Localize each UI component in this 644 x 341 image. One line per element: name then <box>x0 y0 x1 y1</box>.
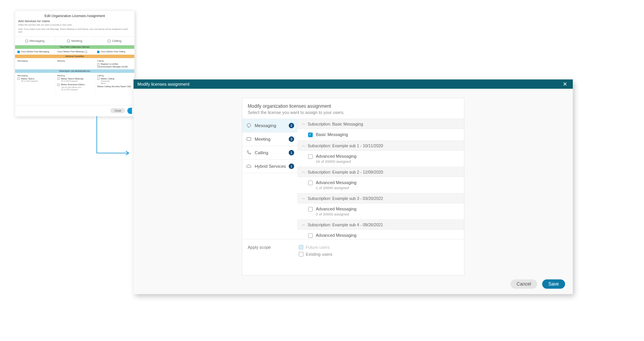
checkbox-icon <box>308 133 313 137</box>
legacy-sub-meet-hdr: Meeting <box>57 74 92 77</box>
checkbox-icon <box>308 181 313 185</box>
checkbox-icon <box>308 207 313 212</box>
chevron-up-icon: ︿ <box>302 196 305 201</box>
chevron-up-icon: ︿ <box>302 143 305 148</box>
scope-future-users[interactable]: Future users <box>299 245 332 250</box>
legacy-add-msg: Messaging <box>15 58 55 69</box>
save-button[interactable]: Save <box>542 279 565 289</box>
legacy-teams-meetings[interactable]: Webex Teams Meetings <box>61 78 84 80</box>
legacy-close-button[interactable]: Close <box>110 108 125 113</box>
legacy-bar-sub[interactable]: Subscription: sub-wackadoodle.com <box>15 69 134 73</box>
svg-point-0 <box>247 124 250 127</box>
tab-meeting-badge: 3 <box>289 136 294 142</box>
legacy-title: Edit Organization Licenses Assignment <box>15 11 134 19</box>
checkbox-icon <box>308 154 313 159</box>
subscription-header[interactable]: ︿Subscription: Example sub 3 - 03/20/202… <box>297 193 464 203</box>
checkbox-icon <box>308 233 313 238</box>
chat-icon <box>25 40 28 43</box>
tab-calling-label: Calling <box>255 150 268 155</box>
arrow-connector <box>95 114 134 160</box>
legacy-sub-msg-hdr: Messaging <box>17 74 52 77</box>
legacy-bar-free: Free Public Collaboration Services <box>15 45 134 49</box>
tab-calling-badge: 1 <box>289 150 294 155</box>
checkbox-icon <box>299 252 303 257</box>
checkbox-icon <box>299 245 303 250</box>
legacy-modal: Edit Organization Licenses Assignment Ad… <box>15 10 135 117</box>
tab-messaging-label: Messaging <box>255 123 276 128</box>
chat-icon <box>246 123 252 128</box>
tab-hybrid-label: Hybrid Services <box>255 164 286 169</box>
phone-icon <box>108 40 111 43</box>
legacy-free-meet[interactable]: Cisco Webex Free Meetings <box>55 49 95 55</box>
screen-icon <box>246 136 252 142</box>
tab-calling[interactable]: Calling 1 <box>242 146 297 160</box>
license-item[interactable]: Advanced Messaging3 of 20000 assigned <box>297 230 464 239</box>
subscription-header[interactable]: ︿Subscription: Basic Messaging <box>297 119 464 129</box>
modify-licenses-modal: Modify licenses assignment ✕ Modify orga… <box>134 79 573 294</box>
legacy-add-meet: Meeting <box>55 58 95 69</box>
apply-scope-label: Apply scope <box>248 245 271 259</box>
tab-messaging-badge: 2 <box>289 123 294 128</box>
subscription-header[interactable]: ︿Subscription: Example sub 4 - 09/26/202… <box>297 220 464 230</box>
tab-hybrid[interactable]: Hybrid Services 1 <box>242 160 297 173</box>
cloud-icon <box>246 164 252 169</box>
tab-meeting-label: Meeting <box>255 137 271 141</box>
chevron-up-icon: ︿ <box>302 222 305 227</box>
legacy-sub-call-hdr: Calling <box>97 74 132 77</box>
legacy-primary-button[interactable] <box>127 108 132 114</box>
card-subtitle: Select the license you want to assign to… <box>248 110 459 115</box>
subscription-header[interactable]: ︿Subscription: Example sub 2 - 12/09/202… <box>297 167 464 177</box>
legacy-subtitle: Add Services for Users <box>15 19 134 23</box>
legacy-tab-messaging[interactable]: Messaging <box>15 37 55 45</box>
tab-meeting[interactable]: Meeting 3 <box>242 133 297 146</box>
close-icon[interactable]: ✕ <box>561 81 569 87</box>
chevron-up-icon: ︿ <box>302 169 305 174</box>
modal-title: Modify licenses assignment <box>137 82 190 86</box>
license-list[interactable]: ︿Subscription: Basic MessagingBasic Mess… <box>297 119 464 239</box>
legacy-desc2: Note: If you select more than one Messag… <box>15 27 134 34</box>
subscription-header[interactable]: ︿Subscription: Example sub 1 - 10/11/202… <box>297 141 464 151</box>
legacy-add-call[interactable]: Calling Register to Unified Communicatio… <box>95 58 134 69</box>
card-title: Modify organization licenses assignment <box>248 103 459 109</box>
legacy-webex-teams[interactable]: Webex Teams <box>21 78 34 80</box>
legacy-spark-call[interactable]: Webex Calling (formerly Spark Call) <box>97 85 132 88</box>
legacy-desc1: Select the services that you want to pro… <box>15 23 134 27</box>
legacy-free-msg[interactable]: Cisco Webex Free Messaging <box>15 49 55 55</box>
license-item[interactable]: Basic Messaging <box>297 129 464 141</box>
tab-messaging[interactable]: Messaging 2 <box>242 119 297 133</box>
people-icon <box>67 40 70 43</box>
license-item[interactable]: Advanced Messaging0 of 20000 assigned <box>297 203 464 220</box>
svg-rect-1 <box>247 138 251 141</box>
cancel-button[interactable]: Cancel <box>510 279 537 289</box>
license-item[interactable]: Advanced Messaging1 of 20000 assigned <box>297 177 464 193</box>
legacy-free-call[interactable]: Cisco Webex Free Calling <box>95 49 134 55</box>
license-item[interactable]: Advanced Messaging19 of 20000 assigned <box>297 151 464 167</box>
legacy-webex-calling[interactable]: Webex Calling <box>101 78 114 80</box>
tab-hybrid-badge: 1 <box>289 164 294 169</box>
legacy-tab-meeting[interactable]: Meeting <box>55 37 95 45</box>
chevron-up-icon: ︿ <box>302 121 305 126</box>
scope-existing-users[interactable]: Existing users <box>299 252 332 257</box>
legacy-tab-calling[interactable]: Calling <box>95 37 134 45</box>
legacy-enterprise-edition[interactable]: Webex Enterprise Edition <box>61 83 85 86</box>
legacy-bar-additional: Additional Capabilities <box>15 55 134 58</box>
phone-icon <box>246 150 252 155</box>
